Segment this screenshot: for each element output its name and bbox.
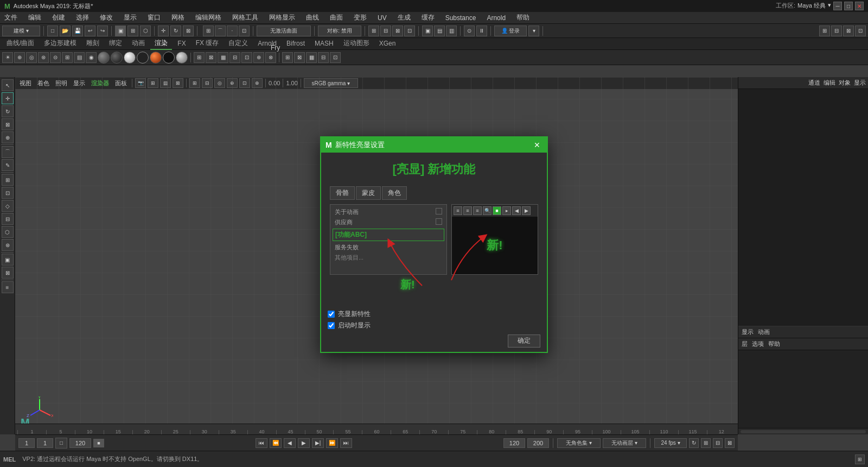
menu-file[interactable]: 文件 — [2, 12, 20, 23]
tool-paint[interactable]: ✎ — [2, 159, 14, 171]
bc-icon2[interactable]: ⊞ — [701, 438, 711, 448]
menu-arnold[interactable]: Arnold — [484, 13, 508, 23]
menu-select[interactable]: 选择 — [74, 12, 91, 23]
playback-play[interactable]: ▶ — [298, 438, 310, 448]
highlight-checkbox[interactable] — [328, 311, 335, 318]
ri-1[interactable]: ⊞ — [819, 26, 830, 36]
tool-rotate[interactable]: ↻ — [2, 105, 14, 117]
checkbox-startup[interactable]: 启动时显示 — [328, 321, 540, 330]
rp-scrollbar[interactable] — [738, 428, 868, 434]
active-surface-btn[interactable]: 无激活曲面 — [257, 26, 311, 36]
icon-tb-j[interactable]: ▦ — [306, 52, 317, 63]
rp-tab-display[interactable]: 显示 — [742, 328, 754, 336]
tab-animation[interactable]: 动画 — [127, 37, 149, 50]
close-button[interactable]: ✕ — [855, 2, 864, 10]
snap-grid[interactable]: ⊞ — [203, 26, 214, 36]
tab-motion-graphics[interactable]: 运动图形 — [339, 37, 374, 50]
render-1[interactable]: ▣ — [422, 26, 433, 36]
rp-display[interactable]: 显示 — [854, 79, 866, 87]
timeline[interactable]: 1 5 10 15 20 25 30 35 40 45 50 55 60 65 … — [15, 424, 738, 434]
list-item-supplier[interactable]: 供应商 — [333, 217, 444, 228]
tab-sculpt[interactable]: 雕刻 — [82, 37, 104, 50]
tool-c[interactable]: ◇ — [2, 200, 14, 212]
tool-e[interactable]: ⬡ — [2, 226, 14, 238]
menu-edit-mesh[interactable]: 编辑网格 — [193, 12, 224, 23]
tool-f[interactable]: ⊛ — [2, 239, 14, 251]
tab-poly[interactable]: 多边形建模 — [40, 37, 81, 50]
tool-h[interactable]: ⊠ — [2, 267, 14, 279]
ri-2[interactable]: ⊟ — [831, 26, 842, 36]
menu-edit[interactable]: 编辑 — [26, 12, 43, 23]
icon-tb-g[interactable]: ⊗ — [265, 52, 276, 63]
frame-range-input[interactable] — [69, 438, 91, 448]
icon-tb-c[interactable]: ▦ — [218, 52, 228, 63]
tool-select[interactable]: ↖ — [2, 79, 14, 91]
icon-tb-sphere7[interactable]: ​ — [176, 52, 188, 64]
icon-tb-i[interactable]: ⊠ — [294, 52, 305, 63]
playback-prev-key[interactable]: ⏪ — [270, 438, 282, 448]
tab-rigging[interactable]: 绑定 — [105, 37, 126, 50]
icon-tb-sphere6[interactable]: ​ — [163, 52, 175, 64]
menu-modify[interactable]: 修改 — [98, 12, 115, 23]
scale-btn[interactable]: ⊠ — [183, 26, 194, 36]
icon-tb-d[interactable]: ⊟ — [229, 52, 240, 63]
paint-btn[interactable]: ⬡ — [140, 26, 151, 36]
icon-tb-2[interactable]: ⊕ — [14, 52, 25, 63]
rp-object[interactable]: 对象 — [839, 79, 851, 87]
playback-to-start[interactable]: ⏮ — [256, 438, 267, 448]
tab-custom[interactable]: 自定义 — [224, 37, 252, 50]
playback-next-key[interactable]: ⏩ — [326, 438, 338, 448]
icon-tb-a[interactable]: ⊞ — [194, 52, 205, 63]
tab-fx-cache[interactable]: FX 缓存 — [192, 37, 224, 50]
rotate-btn[interactable]: ↻ — [170, 26, 181, 36]
tool-d[interactable]: ⊟ — [2, 213, 14, 225]
select-btn[interactable]: ▣ — [115, 26, 126, 36]
dr-next-icon[interactable]: ▶ — [522, 206, 531, 215]
dr-search-icon[interactable]: 🔍 — [483, 206, 492, 215]
icon-tb-6[interactable]: ⊞ — [62, 52, 73, 63]
rp-sub-help[interactable]: 帮助 — [768, 340, 780, 348]
icon-tb-k[interactable]: ⊟ — [318, 52, 329, 63]
menu-surface[interactable]: 曲面 — [328, 12, 345, 23]
icon-tb-5[interactable]: ⊝ — [50, 52, 61, 63]
bc-icon1[interactable]: ↻ — [689, 438, 699, 448]
menu-substance[interactable]: Substance — [443, 13, 478, 23]
dr-list3-icon[interactable]: ≡ — [473, 206, 482, 215]
icon-tb-1[interactable]: ☀ — [2, 52, 13, 63]
playback-end-input[interactable] — [527, 438, 549, 448]
list-item-about-animation[interactable]: 关于动画 — [333, 207, 444, 217]
snap-view[interactable]: ⊡ — [239, 26, 250, 36]
tool-move[interactable]: ✛ — [2, 92, 14, 104]
undo-btn[interactable]: ↩ — [85, 26, 95, 36]
dialog-tab-skin[interactable]: 蒙皮 — [356, 186, 381, 200]
icon-tb-3[interactable]: ◎ — [26, 52, 37, 63]
minimize-button[interactable]: ─ — [833, 2, 842, 10]
menu-create[interactable]: 创建 — [50, 12, 67, 23]
shape-2[interactable]: ⊟ — [380, 26, 391, 36]
playback-to-end[interactable]: ⏭ — [340, 438, 352, 448]
ok-button[interactable]: 确定 — [508, 335, 540, 348]
menu-window[interactable]: 窗口 — [145, 12, 163, 23]
tab-mash[interactable]: MASH — [310, 39, 338, 49]
camera-btn[interactable]: ⊙ — [464, 26, 475, 36]
rp-tab-animation[interactable]: 动画 — [758, 328, 770, 336]
user-dropdown[interactable]: ▾ — [528, 26, 539, 36]
dialog-tab-character[interactable]: 角色 — [382, 186, 407, 200]
menu-display[interactable]: 显示 — [122, 12, 139, 23]
menu-mesh-display[interactable]: 网格显示 — [267, 12, 297, 23]
tool-a[interactable]: ⊞ — [2, 174, 14, 186]
menu-mesh[interactable]: 网格 — [169, 12, 187, 23]
render-3[interactable]: ▥ — [446, 26, 457, 36]
playback-prev-frame[interactable]: ◀ — [284, 438, 296, 448]
menu-mesh-tools[interactable]: 网格工具 — [230, 12, 260, 23]
rp-sub-layers[interactable]: 层 — [742, 340, 748, 348]
menu-uv[interactable]: UV — [375, 13, 389, 23]
dr-prev-icon[interactable]: ◀ — [512, 206, 521, 215]
icon-tb-sphere4[interactable]: ​ — [137, 52, 149, 64]
snap-point[interactable]: · — [227, 26, 238, 36]
ri-4[interactable]: ⊡ — [855, 26, 866, 36]
tool-scale[interactable]: ⊠ — [2, 118, 14, 130]
ri-3[interactable]: ⊠ — [843, 26, 854, 36]
menu-curve[interactable]: 曲线 — [304, 12, 321, 23]
tool-lasso[interactable]: ⌒ — [2, 146, 14, 158]
